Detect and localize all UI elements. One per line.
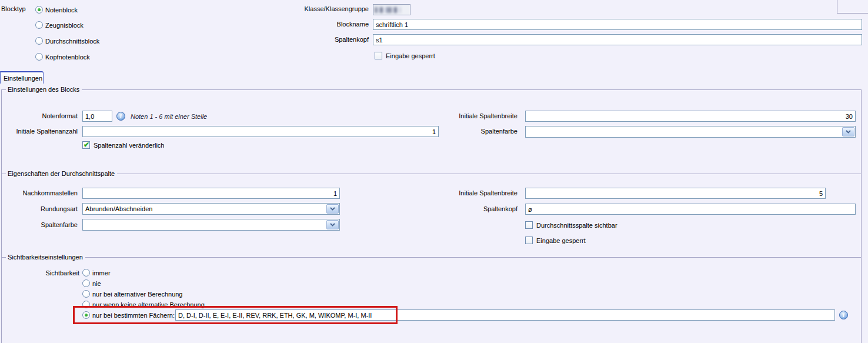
group-line (1, 257, 6, 258)
group-line (1, 89, 6, 90)
group-line (85, 257, 862, 258)
chevron-down-icon[interactable] (842, 127, 854, 136)
avg-eingabe-gesperrt-checkbox[interactable] (525, 237, 533, 244)
durchschnittsspalte-sichtbar-label: Durchschnittsspalte sichtbar (536, 222, 617, 229)
cutoff-panel-corner (837, 13, 868, 14)
sichtbarkeit-label: Sichtbarkeit (0, 269, 79, 277)
initiale-spaltenanzahl-label: Initiale Spaltenanzahl (0, 128, 78, 135)
avg-spaltenkopf-input[interactable] (525, 204, 856, 215)
spaltenkopf-input[interactable] (373, 34, 862, 45)
combobox-value (526, 126, 842, 137)
initiale-spaltenbreite-label: Initiale Spaltenbreite (406, 112, 518, 120)
group-title: Eigenschaften der Durchschnittspalte (6, 170, 117, 177)
chevron-down-icon[interactable] (326, 204, 339, 214)
spaltenfarbe-combobox[interactable] (525, 126, 856, 138)
group-header-einstellungen-des-blocks: Einstellungen des Blocks (1, 86, 862, 94)
group-title: Einstellungen des Blocks (6, 86, 82, 93)
info-icon[interactable] (116, 112, 125, 121)
form-settings-panel: Blocktyp Notenblock Zeugnisblock Durchsc… (0, 0, 868, 343)
radio-label: immer (92, 269, 111, 277)
radio-icon[interactable] (82, 301, 90, 308)
group-line (117, 174, 862, 174)
klasse-label: Klasse/Klassengruppe (266, 5, 369, 13)
notenformat-hint: Noten 1 - 6 mit einer Stelle (131, 113, 207, 120)
radio-selected-icon[interactable] (35, 6, 43, 14)
radio-selected-icon[interactable] (82, 311, 90, 319)
blockname-input[interactable] (373, 19, 862, 30)
radio-label: Durchschnittsblock (45, 38, 99, 45)
avg-eingabe-gesperrt-label: Eingabe gesperrt (536, 237, 586, 245)
blockname-label: Blockname (266, 21, 369, 28)
durchschnittsspalte-sichtbar-checkbox[interactable] (525, 221, 533, 229)
blocktyp-label: Blocktyp (1, 5, 26, 13)
tab-einstellungen[interactable]: Einstellungen (0, 71, 44, 84)
spaltenfarbe-label: Spaltenfarbe (406, 128, 518, 135)
radio-icon[interactable] (35, 53, 43, 61)
cutoff-panel-corner (837, 0, 837, 13)
redacted-value (375, 7, 400, 13)
notenformat-label: Notenformat (0, 112, 78, 120)
group-line (82, 89, 862, 90)
radio-icon[interactable] (82, 279, 90, 287)
radio-label: Zeugnisblock (45, 22, 84, 29)
radio-icon[interactable] (35, 21, 43, 29)
initiale-spaltenbreite-input[interactable] (525, 111, 856, 122)
combobox-value: Abrunden/Abschneiden (83, 204, 326, 214)
radio-icon[interactable] (82, 290, 90, 298)
nachkommastellen-label: Nachkommastellen (0, 189, 78, 197)
radio-label: nie (92, 280, 101, 287)
radio-label: Kopfnotenblock (45, 54, 90, 61)
group-header-durchschnittspalte: Eigenschaften der Durchschnittspalte (1, 170, 862, 178)
avg-spaltenfarbe-combobox[interactable] (82, 219, 340, 231)
radio-icon[interactable] (82, 269, 90, 277)
radio-label: nur wenn keine alternative Berechnung (92, 301, 205, 308)
chevron-down-icon[interactable] (326, 220, 339, 229)
group-title: Sichtbarkeitseinstellungen (6, 254, 85, 261)
spaltenkopf-label: Spaltenkopf (266, 36, 369, 44)
avg-spaltenkopf-label: Spaltenkopf (406, 205, 518, 213)
radio-label: nur bei alternativer Berechnung (92, 291, 182, 298)
eingabe-gesperrt-checkbox[interactable] (375, 52, 382, 59)
group-header-sichtbarkeit: Sichtbarkeitseinstellungen (1, 254, 862, 261)
notenformat-input[interactable] (82, 111, 112, 122)
tab-label: Einstellungen (4, 75, 42, 82)
radio-label: Notenblock (45, 6, 78, 14)
initiale-spaltenanzahl-input[interactable] (82, 126, 439, 137)
spaltenzahl-veraenderlich-checkbox[interactable] (82, 141, 90, 149)
radio-label: nur bei bestimmten Fächern: (92, 312, 175, 319)
rundungsart-combobox[interactable]: Abrunden/Abschneiden (82, 203, 340, 215)
info-icon[interactable] (839, 311, 848, 319)
klasse-input[interactable] (373, 4, 410, 15)
faecher-input[interactable] (175, 309, 835, 321)
rundungsart-label: Rundungsart (0, 205, 78, 213)
eingabe-gesperrt-label: Eingabe gesperrt (386, 52, 435, 60)
group-line (1, 174, 6, 174)
avg-spaltenfarbe-label: Spaltenfarbe (0, 221, 78, 229)
avg-initiale-spaltenbreite-label: Initiale Spaltenbreite (406, 189, 518, 197)
spaltenzahl-veraenderlich-label: Spaltenzahl veränderlich (94, 142, 164, 149)
avg-initiale-spaltenbreite-input[interactable] (525, 188, 826, 199)
combobox-value (83, 219, 326, 230)
radio-icon[interactable] (35, 37, 43, 45)
nachkommastellen-input[interactable] (82, 188, 340, 199)
